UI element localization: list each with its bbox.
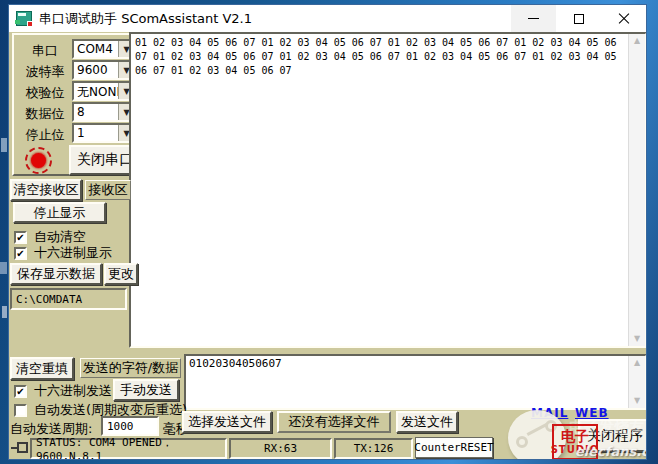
setting-row-baud: 波特率 9600 ▼ (14, 60, 138, 81)
check-icon: ✔ (16, 233, 24, 242)
clear-receive-button[interactable]: 清空接收区 (10, 179, 82, 201)
save-path-field[interactable]: C:\COMDATA (10, 288, 127, 310)
desktop-icon-fragment (1, 138, 7, 152)
close-button[interactable] (601, 5, 646, 32)
file-status-field: 还没有选择文件 (277, 411, 391, 433)
stopbits-select[interactable]: 1 ▼ (72, 123, 136, 143)
desktop: 串口调试助手 SComAssistant V2.1 串口 COM4 ▼ 波特率 (0, 0, 658, 464)
baud-label: 波特率 (18, 63, 72, 81)
auto-send-checkbox[interactable] (14, 404, 27, 417)
window-controls (511, 5, 646, 32)
receive-area-label: 接收区 (85, 180, 131, 200)
databits-value: 8 (74, 104, 118, 120)
maximize-icon (574, 14, 584, 24)
port-value: COM4 (74, 41, 118, 57)
save-display-data-button[interactable]: 保存显示数据 (10, 263, 102, 285)
app-icon (16, 11, 32, 26)
hex-display-checkbox[interactable]: ✔ (14, 247, 27, 260)
send-scrollbar[interactable]: ▲ ▼ (628, 356, 645, 408)
port-open-led-icon (31, 153, 46, 168)
counter-reset-button[interactable]: CounterRESET (415, 437, 493, 458)
clear-refill-button[interactable]: 清空重填 (10, 357, 74, 380)
receive-area[interactable]: 01 02 03 04 05 06 07 01 02 03 04 05 06 0… (129, 32, 647, 348)
scroll-down-icon[interactable]: ▼ (634, 397, 640, 405)
send-data-text: 01020304050607 (189, 357, 626, 370)
minimize-button[interactable] (511, 5, 556, 32)
port-select[interactable]: COM4 ▼ (72, 39, 136, 59)
hex-display-row: ✔ 十六进制显示 (14, 244, 112, 262)
stopbits-value: 1 (74, 125, 118, 141)
app-window: 串口调试助手 SComAssistant V2.1 串口 COM4 ▼ 波特率 (8, 4, 647, 460)
port-label: 串口 (18, 42, 72, 60)
setting-row-port: 串口 COM4 ▼ (14, 39, 138, 60)
setting-row-stopbits: 停止位 1 ▼ (14, 123, 138, 144)
titlebar: 串口调试助手 SComAssistant V2.1 (9, 5, 646, 32)
parity-label: 校验位 (18, 84, 72, 102)
hex-send-checkbox[interactable]: ✔ (14, 385, 27, 398)
receive-data-text: 01 02 03 04 05 06 07 01 02 03 04 05 06 0… (133, 35, 626, 344)
maximize-button[interactable] (556, 5, 601, 32)
desktop-icon-fragment (0, 262, 7, 274)
stop-display-button[interactable]: 停止显示 (13, 202, 106, 223)
scroll-up-icon[interactable]: ▲ (634, 37, 640, 45)
auto-clear-checkbox[interactable]: ✔ (14, 231, 27, 244)
scroll-up-icon[interactable]: ▲ (634, 359, 640, 367)
setting-row-parity: 校验位 无NONE ▼ (14, 81, 138, 102)
web-link[interactable]: WEB (575, 406, 609, 420)
window-title: 串口调试助手 SComAssistant V2.1 (39, 10, 252, 28)
databits-select[interactable]: 8 ▼ (72, 102, 136, 122)
check-icon: ✔ (16, 249, 24, 258)
tx-counter-field: TX:126 (334, 438, 413, 459)
parity-value: 无NONE (74, 83, 118, 99)
status-pin-icon (11, 442, 29, 454)
watermark-text: elecfans.com (575, 444, 647, 459)
stopbits-label: 停止位 (18, 126, 72, 144)
baud-select[interactable]: 9600 ▼ (72, 60, 136, 80)
databits-label: 数据位 (18, 105, 72, 123)
send-file-button[interactable]: 发送文件 (396, 411, 458, 433)
baud-value: 9600 (74, 62, 118, 78)
rx-counter-field: RX:63 (229, 438, 332, 459)
close-icon (618, 13, 630, 25)
desktop-icon-fragment (2, 306, 7, 318)
client-area: 串口 COM4 ▼ 波特率 9600 ▼ 校验位 无NON (9, 32, 646, 459)
scroll-down-icon[interactable]: ▼ (634, 335, 640, 343)
hex-send-label: 十六进制发送 (34, 382, 112, 400)
receive-scrollbar[interactable]: ▲ ▼ (628, 34, 645, 346)
parity-select[interactable]: 无NONE ▼ (72, 81, 136, 101)
stamp-line1: 电子 (561, 429, 589, 444)
change-path-button[interactable]: 更改 (104, 263, 138, 285)
auto-send-period-input[interactable]: 1000 (101, 416, 159, 436)
hex-display-label: 十六进制显示 (34, 244, 112, 262)
select-send-file-button[interactable]: 选择发送文件 (182, 411, 272, 433)
check-icon: ✔ (16, 387, 24, 396)
setting-row-databits: 数据位 8 ▼ (14, 102, 138, 123)
hex-send-row: ✔ 十六进制发送 (14, 382, 112, 400)
manual-send-button[interactable]: 手动发送 (113, 379, 179, 401)
minimize-icon (528, 18, 539, 19)
serial-settings-panel: 串口 COM4 ▼ 波特率 9600 ▼ 校验位 无NON (12, 33, 140, 176)
send-input-area[interactable]: 01020304050607 ▲ ▼ (184, 354, 647, 410)
status-field: STATUS: COM4 OPENED，9600,N,8,1 (30, 438, 227, 459)
send-data-label: 发送的字符/数据 (80, 358, 181, 378)
